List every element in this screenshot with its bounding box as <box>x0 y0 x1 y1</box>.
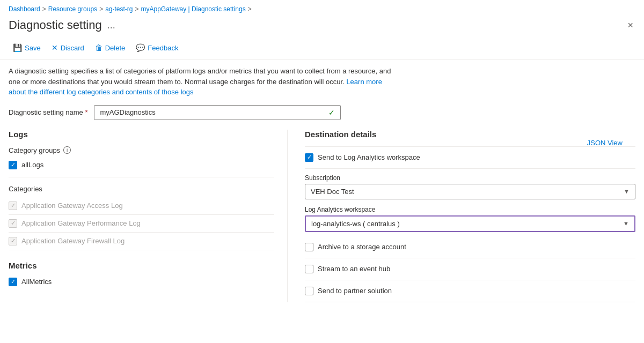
category-groups-label: Category groups <box>9 146 60 154</box>
partner-checkbox[interactable] <box>305 287 313 295</box>
save-icon: 💾 <box>13 43 22 52</box>
event-hub-checkbox[interactable] <box>305 265 313 273</box>
event-hub-label[interactable]: Stream to an event hub <box>318 265 390 273</box>
save-button[interactable]: 💾 Save <box>9 41 45 55</box>
description-text: A diagnostic setting specifies a list of… <box>9 66 395 98</box>
log-analytics-label[interactable]: Send to Log Analytics workspace <box>318 153 420 161</box>
breadcrumb-dashboard[interactable]: Dashboard <box>9 5 40 13</box>
all-logs-checkbox[interactable]: ✓ <box>9 161 17 169</box>
feedback-button[interactable]: 💬 Feedback <box>131 41 182 55</box>
info-icon[interactable]: i <box>63 146 71 154</box>
metrics-title: Metrics <box>9 261 274 270</box>
workspace-dropdown[interactable]: log-analytics-ws ( centralus ) ▼ <box>305 215 635 232</box>
workspace-value: log-analytics-ws ( centralus ) <box>311 220 400 228</box>
all-metrics-label[interactable]: AllMetrics <box>21 278 52 286</box>
performance-log-label: Application Gateway Performance Log <box>21 219 141 227</box>
workspace-dropdown-arrow: ▼ <box>623 220 629 227</box>
subscription-dropdown[interactable]: VEH Doc Test ▼ <box>305 184 635 199</box>
category-item: ✓ Application Gateway Performance Log <box>9 215 274 233</box>
discard-label: Discard <box>61 44 84 52</box>
performance-log-checkbox: ✓ <box>9 219 17 228</box>
categories-label: Categories <box>9 185 42 193</box>
delete-button[interactable]: 🗑 Delete <box>91 41 130 55</box>
close-button[interactable]: × <box>625 18 635 32</box>
workspace-label: Log Analytics workspace <box>305 206 635 213</box>
breadcrumb: Dashboard > Resource groups > ag-test-rg… <box>0 0 644 16</box>
access-log-label: Application Gateway Access Log <box>21 202 123 210</box>
name-input[interactable]: myAGDiagnostics ✓ <box>94 105 341 120</box>
category-item: ✓ Application Gateway Firewall Log <box>9 233 274 250</box>
partner-label[interactable]: Send to partner solution <box>318 287 392 295</box>
page-title-ellipsis[interactable]: ... <box>107 20 115 31</box>
all-metrics-checkbox[interactable]: ✓ <box>9 278 17 286</box>
discard-icon: ✕ <box>52 43 58 52</box>
save-label: Save <box>25 44 41 52</box>
delete-icon: 🗑 <box>95 43 103 52</box>
delete-label: Delete <box>105 44 126 52</box>
name-label: Diagnostic setting name * <box>9 108 87 116</box>
breadcrumb-gateway[interactable]: myAppGateway | Diagnostic settings <box>141 5 246 13</box>
feedback-label: Feedback <box>148 44 178 52</box>
storage-checkbox[interactable] <box>305 243 313 251</box>
destination-title: Destination details <box>305 130 635 139</box>
valid-check-icon: ✓ <box>328 108 335 117</box>
json-view-link[interactable]: JSON View <box>587 139 623 147</box>
name-value: myAGDiagnostics <box>100 108 155 116</box>
access-log-checkbox: ✓ <box>9 202 17 210</box>
logs-section-title: Logs <box>9 130 274 139</box>
breadcrumb-resource-groups[interactable]: Resource groups <box>48 5 97 13</box>
feedback-icon: 💬 <box>136 43 145 52</box>
breadcrumb-rg[interactable]: ag-test-rg <box>105 5 133 13</box>
subscription-value: VEH Doc Test <box>311 188 354 196</box>
discard-button[interactable]: ✕ Discard <box>47 41 89 55</box>
storage-label[interactable]: Archive to a storage account <box>318 243 406 251</box>
all-logs-label[interactable]: allLogs <box>21 161 43 169</box>
log-analytics-checkbox[interactable]: ✓ <box>305 153 313 162</box>
firewall-log-checkbox: ✓ <box>9 237 17 245</box>
subscription-label: Subscription <box>305 174 635 182</box>
firewall-log-label: Application Gateway Firewall Log <box>21 237 125 245</box>
subscription-dropdown-arrow: ▼ <box>624 188 630 195</box>
category-item: ✓ Application Gateway Access Log <box>9 197 274 215</box>
required-star: * <box>85 108 87 116</box>
page-title: Diagnostic setting <box>9 18 102 32</box>
